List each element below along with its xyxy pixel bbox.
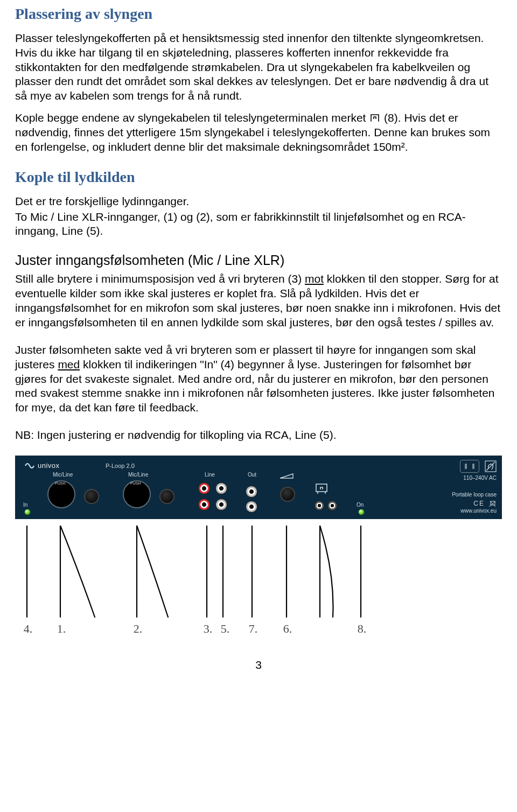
- heading-kople: Kople til lydkilden: [15, 167, 502, 187]
- brand-text: univox: [38, 461, 60, 471]
- text: Still alle brytere i minimumsposisjon ve…: [15, 272, 305, 285]
- loop-terminal-2: [327, 501, 337, 510]
- label-in: In: [23, 502, 27, 509]
- svg-line-2: [486, 462, 495, 471]
- paragraph: Plasser teleslyngekofferten på et hensik…: [15, 31, 502, 103]
- ce-mark-icon: CE: [473, 500, 485, 508]
- rca-line-red: [198, 499, 210, 510]
- paragraph: To Mic / Line XLR-innganger, (1) og (2),…: [15, 210, 502, 239]
- gain-knob-2: [159, 489, 174, 504]
- device-diagram: univox P-Loop 2.0 Mic/Line PUSH Mic/Line…: [15, 456, 502, 633]
- label-on: On: [357, 502, 364, 509]
- heading-plassering: Plassering av slyngen: [15, 4, 502, 24]
- label-case: Portable loop case: [452, 492, 497, 499]
- label-micline1: Mic/Line: [53, 472, 73, 479]
- brand-logo: univox: [25, 461, 60, 471]
- ref-number: 8.: [351, 621, 373, 636]
- label-out: Out: [248, 472, 256, 479]
- ref-number: 5.: [214, 621, 236, 636]
- underline: mot: [305, 272, 324, 285]
- rca-line-red: [198, 482, 210, 494]
- ref-number: 2.: [127, 621, 149, 636]
- device-panel: univox P-Loop 2.0 Mic/Line PUSH Mic/Line…: [15, 456, 502, 519]
- loop-terminal-1: [315, 501, 324, 510]
- label-push: PUSH: [130, 481, 141, 486]
- subheading: Juster inngangsfølsomheten (Mic / Line X…: [15, 251, 502, 269]
- label-push: PUSH: [55, 481, 65, 486]
- paragraph: NB: Ingen justering er nødvendig for til…: [15, 428, 502, 443]
- on-led-icon: [359, 509, 364, 515]
- ref-number: 4.: [17, 621, 39, 636]
- underline: med: [58, 358, 80, 370]
- paragraph: Still alle brytere i minimumsposisjon ve…: [15, 272, 502, 330]
- label-line: Line: [205, 472, 215, 479]
- rca-out: [246, 486, 257, 498]
- ref-number: 7.: [242, 621, 264, 636]
- diagram-wires: 4. 1. 2. 3. 5. 7. 6. 8.: [15, 526, 502, 633]
- paragraph: Kople begge endene av slyngekabelen til …: [15, 111, 502, 155]
- in-led-icon: [25, 509, 30, 515]
- label-url: www.univox.eu: [460, 508, 497, 515]
- document-page: Plassering av slyngen Plasser teleslynge…: [0, 0, 517, 689]
- paragraph: Det er tre forskjellige lydinnganger.: [15, 194, 502, 209]
- svg-rect-0: [316, 484, 327, 492]
- hearing-loop-icon: [485, 460, 497, 472]
- loop-terminal-icon: [369, 111, 381, 121]
- rca-line-white: [215, 482, 227, 494]
- rca-line-white: [215, 499, 227, 510]
- ref-number: 1.: [51, 621, 72, 636]
- volume-knob: [280, 487, 295, 502]
- ref-number: 6.: [277, 621, 298, 636]
- paragraph: Juster følsomheten sakte ved å vri bryte…: [15, 343, 502, 415]
- loop-terminal-icon: [315, 482, 329, 496]
- weee-icon: [489, 500, 497, 508]
- text: Kople begge endene av slyngekabelen til …: [15, 111, 369, 124]
- power-inlet-icon: [460, 460, 479, 473]
- label-ac: 110–240V AC: [463, 475, 497, 482]
- panel-right: 110–240V AC Portable loop case CE www.un…: [373, 460, 497, 515]
- text: klokken til indikeringen "In" (4) begynn…: [15, 358, 495, 414]
- page-number: 3: [15, 658, 502, 673]
- label-micline2: Mic/Line: [128, 472, 148, 479]
- volume-ramp-icon: [279, 473, 294, 479]
- model-text: P-Loop 2.0: [106, 462, 135, 470]
- rca-out: [246, 501, 257, 513]
- gain-knob-1: [84, 489, 99, 504]
